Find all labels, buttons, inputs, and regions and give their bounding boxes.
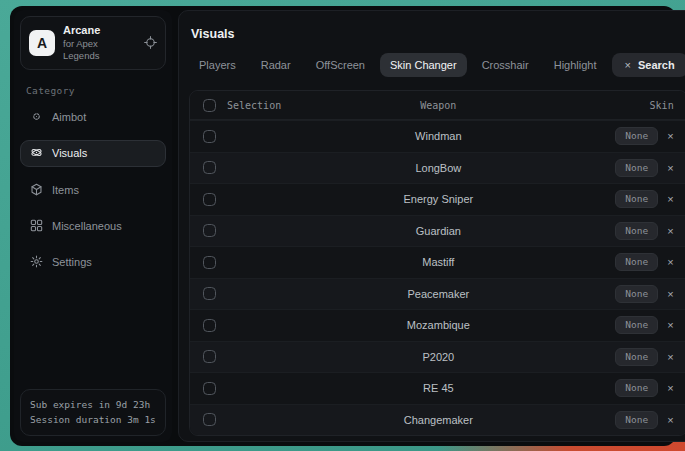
weapon-name: Changemaker bbox=[190, 414, 685, 426]
table-row: Mastiff None× bbox=[190, 246, 685, 278]
brand-card: A Arcane for Apex Legends bbox=[20, 16, 166, 70]
table-row: Guardian None× bbox=[190, 215, 685, 247]
clear-skin-icon[interactable]: × bbox=[667, 288, 673, 300]
sidebar-item-aimbot[interactable]: Aimbot bbox=[20, 104, 166, 131]
skin-value-chip[interactable]: None bbox=[615, 285, 658, 303]
skin-value-chip[interactable]: None bbox=[615, 159, 658, 177]
tab-offscreen[interactable]: OffScreen bbox=[306, 53, 375, 77]
weapon-name: Windman bbox=[190, 130, 685, 142]
row-checkbox[interactable] bbox=[203, 193, 216, 206]
tab-radar[interactable]: Radar bbox=[251, 53, 301, 77]
skin-value-chip[interactable]: None bbox=[615, 348, 658, 366]
skin-value-chip[interactable]: None bbox=[615, 379, 658, 397]
row-checkbox[interactable] bbox=[203, 319, 216, 332]
sidebar-item-label: Aimbot bbox=[52, 111, 86, 123]
clear-skin-icon[interactable]: × bbox=[667, 162, 673, 174]
page-title: Visuals bbox=[191, 27, 685, 41]
clear-skin-icon[interactable]: × bbox=[667, 351, 673, 363]
column-header-skin: Skin bbox=[650, 100, 674, 111]
app-logo: A bbox=[29, 30, 55, 56]
clear-skin-icon[interactable]: × bbox=[667, 319, 673, 331]
clear-skin-icon[interactable]: × bbox=[667, 193, 673, 205]
table-row: Windman None× bbox=[190, 120, 685, 152]
row-checkbox[interactable] bbox=[203, 350, 216, 363]
table-header-row: Selection Weapon Skin bbox=[190, 91, 685, 120]
skin-value-chip[interactable]: None bbox=[615, 411, 658, 429]
sidebar: A Arcane for Apex Legends Category Aimbo… bbox=[14, 10, 172, 442]
weapon-name: P2020 bbox=[190, 351, 685, 363]
sidebar-item-settings[interactable]: Settings bbox=[20, 249, 166, 276]
search-icon: × bbox=[625, 59, 631, 71]
app-window: A Arcane for Apex Legends Category Aimbo… bbox=[10, 6, 676, 446]
app-subtitle: for Apex Legends bbox=[63, 38, 136, 62]
sidebar-item-label: Items bbox=[52, 184, 79, 196]
skin-value-chip[interactable]: None bbox=[615, 222, 658, 240]
weapon-name: Guardian bbox=[190, 225, 685, 237]
clear-skin-icon[interactable]: × bbox=[667, 256, 673, 268]
weapon-name: Mastiff bbox=[190, 256, 685, 268]
sidebar-item-label: Visuals bbox=[52, 147, 87, 159]
table-row: LongBow None× bbox=[190, 152, 685, 184]
weapon-name: Mozambique bbox=[190, 319, 685, 331]
sidebar-item-label: Settings bbox=[52, 256, 92, 268]
search-button-label: Search bbox=[638, 59, 675, 71]
row-checkbox[interactable] bbox=[203, 287, 216, 300]
search-button[interactable]: × Search bbox=[612, 53, 685, 77]
row-checkbox[interactable] bbox=[203, 382, 216, 395]
weapon-name: Energy Sniper bbox=[190, 193, 685, 205]
tab-crosshair[interactable]: Crosshair bbox=[472, 53, 539, 77]
clear-skin-icon[interactable]: × bbox=[667, 225, 673, 237]
main-panel: Visuals Players Radar OffScreen Skin Cha… bbox=[178, 10, 685, 442]
select-all-checkbox[interactable] bbox=[203, 99, 216, 112]
row-checkbox[interactable] bbox=[203, 224, 216, 237]
clear-skin-icon[interactable]: × bbox=[667, 130, 673, 142]
table-row: Changemaker None× bbox=[190, 404, 685, 436]
brand-text: Arcane for Apex Legends bbox=[63, 24, 136, 62]
row-checkbox[interactable] bbox=[203, 161, 216, 174]
sidebar-item-label: Miscellaneous bbox=[52, 220, 122, 232]
tab-highlight[interactable]: Highlight bbox=[544, 53, 607, 77]
category-label: Category bbox=[26, 85, 160, 96]
sidebar-item-miscellaneous[interactable]: Miscellaneous bbox=[20, 213, 166, 240]
clear-skin-icon[interactable]: × bbox=[667, 414, 673, 426]
weapon-name: Peacemaker bbox=[190, 288, 685, 300]
sidebar-item-visuals[interactable]: Visuals bbox=[20, 140, 166, 167]
weapon-name: RE 45 bbox=[190, 382, 685, 394]
table-row: P2020 None× bbox=[190, 341, 685, 373]
eye-icon bbox=[30, 146, 43, 161]
layout-grid-icon bbox=[30, 219, 43, 234]
clear-skin-icon[interactable]: × bbox=[667, 382, 673, 394]
table-row: RE 45 None× bbox=[190, 372, 685, 404]
column-header-selection: Selection bbox=[227, 100, 281, 111]
row-checkbox[interactable] bbox=[203, 130, 216, 143]
skin-value-chip[interactable]: None bbox=[615, 127, 658, 145]
skin-table: Selection Weapon Skin Windman None× Long… bbox=[189, 90, 685, 436]
skin-value-chip[interactable]: None bbox=[615, 316, 658, 334]
skin-value-chip[interactable]: None bbox=[615, 190, 658, 208]
app-name: Arcane bbox=[63, 24, 136, 38]
table-row: Energy Sniper None× bbox=[190, 183, 685, 215]
skin-value-chip[interactable]: None bbox=[615, 253, 658, 271]
package-icon bbox=[30, 183, 43, 198]
row-checkbox[interactable] bbox=[203, 413, 216, 426]
table-row: Mozambique None× bbox=[190, 309, 685, 341]
table-row: Peacemaker None× bbox=[190, 278, 685, 310]
subscription-info: Sub expires in 9d 23h Session duration 3… bbox=[20, 389, 166, 436]
target-icon[interactable] bbox=[144, 36, 157, 49]
weapon-name: LongBow bbox=[190, 162, 685, 174]
tab-skin-changer[interactable]: Skin Changer bbox=[380, 53, 467, 77]
sub-expires-text: Sub expires in 9d 23h bbox=[30, 397, 156, 413]
gear-icon bbox=[30, 255, 43, 270]
crosshair-icon bbox=[30, 110, 43, 125]
tab-bar: Players Radar OffScreen Skin Changer Cro… bbox=[189, 53, 685, 77]
session-duration-text: Session duration 3m 1s bbox=[30, 412, 156, 428]
tab-players[interactable]: Players bbox=[189, 53, 246, 77]
sidebar-item-items[interactable]: Items bbox=[20, 177, 166, 204]
row-checkbox[interactable] bbox=[203, 256, 216, 269]
